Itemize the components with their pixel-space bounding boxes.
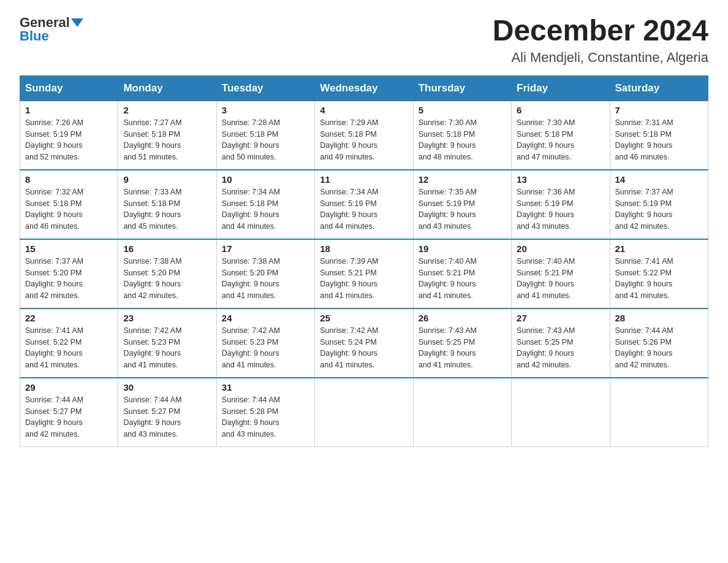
header-row: SundayMondayTuesdayWednesdayThursdayFrid… bbox=[20, 75, 708, 101]
day-info: Sunrise: 7:44 AMSunset: 5:27 PMDaylight:… bbox=[25, 396, 83, 439]
calendar-cell: 5 Sunrise: 7:30 AMSunset: 5:18 PMDayligh… bbox=[413, 101, 511, 170]
header-day-sunday: Sunday bbox=[20, 75, 118, 101]
calendar-cell bbox=[512, 378, 610, 447]
day-number: 22 bbox=[25, 313, 113, 323]
day-number: 31 bbox=[222, 382, 309, 393]
calendar-cell: 24 Sunrise: 7:42 AMSunset: 5:23 PMDaylig… bbox=[216, 308, 314, 378]
day-number: 4 bbox=[320, 105, 408, 115]
day-info: Sunrise: 7:30 AMSunset: 5:18 PMDaylight:… bbox=[517, 118, 575, 161]
day-info: Sunrise: 7:34 AMSunset: 5:19 PMDaylight:… bbox=[320, 188, 378, 231]
calendar-cell: 15 Sunrise: 7:37 AMSunset: 5:20 PMDaylig… bbox=[20, 239, 118, 308]
calendar-cell: 8 Sunrise: 7:32 AMSunset: 5:18 PMDayligh… bbox=[20, 170, 118, 239]
day-info: Sunrise: 7:26 AMSunset: 5:19 PMDaylight:… bbox=[25, 118, 83, 161]
day-number: 7 bbox=[615, 105, 703, 115]
calendar-cell: 22 Sunrise: 7:41 AMSunset: 5:22 PMDaylig… bbox=[20, 308, 118, 378]
day-info: Sunrise: 7:36 AMSunset: 5:19 PMDaylight:… bbox=[517, 188, 575, 231]
day-info: Sunrise: 7:35 AMSunset: 5:19 PMDaylight:… bbox=[419, 188, 477, 231]
day-number: 1 bbox=[25, 105, 113, 115]
calendar-cell: 20 Sunrise: 7:40 AMSunset: 5:21 PMDaylig… bbox=[512, 239, 610, 308]
day-number: 16 bbox=[123, 243, 211, 254]
calendar-cell: 4 Sunrise: 7:29 AMSunset: 5:18 PMDayligh… bbox=[315, 101, 413, 170]
day-info: Sunrise: 7:31 AMSunset: 5:18 PMDaylight:… bbox=[615, 118, 673, 161]
day-info: Sunrise: 7:44 AMSunset: 5:26 PMDaylight:… bbox=[615, 326, 673, 369]
header-day-thursday: Thursday bbox=[413, 75, 511, 101]
day-info: Sunrise: 7:29 AMSunset: 5:18 PMDaylight:… bbox=[320, 118, 378, 161]
header-day-wednesday: Wednesday bbox=[315, 75, 413, 101]
calendar-cell bbox=[413, 378, 511, 447]
day-number: 5 bbox=[419, 105, 506, 115]
day-number: 26 bbox=[419, 313, 506, 323]
calendar-cell bbox=[610, 378, 708, 447]
day-info: Sunrise: 7:37 AMSunset: 5:20 PMDaylight:… bbox=[25, 257, 83, 300]
calendar-cell: 18 Sunrise: 7:39 AMSunset: 5:21 PMDaylig… bbox=[315, 239, 413, 308]
header: General Blue December 2024 Ali Mendjeli,… bbox=[20, 15, 708, 66]
header-day-monday: Monday bbox=[118, 75, 216, 101]
calendar-cell: 14 Sunrise: 7:37 AMSunset: 5:19 PMDaylig… bbox=[610, 170, 708, 239]
day-number: 21 bbox=[615, 243, 703, 254]
logo: General Blue bbox=[20, 15, 83, 44]
day-number: 29 bbox=[25, 382, 113, 393]
day-info: Sunrise: 7:40 AMSunset: 5:21 PMDaylight:… bbox=[517, 257, 575, 300]
day-info: Sunrise: 7:43 AMSunset: 5:25 PMDaylight:… bbox=[419, 326, 477, 369]
day-number: 19 bbox=[419, 243, 506, 254]
day-number: 18 bbox=[320, 243, 408, 254]
calendar-cell: 13 Sunrise: 7:36 AMSunset: 5:19 PMDaylig… bbox=[512, 170, 610, 239]
calendar-header: SundayMondayTuesdayWednesdayThursdayFrid… bbox=[20, 75, 708, 101]
day-info: Sunrise: 7:34 AMSunset: 5:18 PMDaylight:… bbox=[222, 188, 280, 231]
day-number: 3 bbox=[222, 105, 309, 115]
day-number: 25 bbox=[320, 313, 408, 323]
day-number: 30 bbox=[123, 382, 211, 393]
calendar-subtitle: Ali Mendjeli, Constantine, Algeria bbox=[493, 50, 708, 66]
day-info: Sunrise: 7:28 AMSunset: 5:18 PMDaylight:… bbox=[222, 118, 280, 161]
day-info: Sunrise: 7:30 AMSunset: 5:18 PMDaylight:… bbox=[419, 118, 477, 161]
day-number: 24 bbox=[222, 313, 309, 323]
week-row-4: 22 Sunrise: 7:41 AMSunset: 5:22 PMDaylig… bbox=[20, 308, 708, 378]
week-row-1: 1 Sunrise: 7:26 AMSunset: 5:19 PMDayligh… bbox=[20, 101, 708, 170]
calendar-title: December 2024 bbox=[493, 15, 708, 47]
calendar-cell: 7 Sunrise: 7:31 AMSunset: 5:18 PMDayligh… bbox=[610, 101, 708, 170]
day-info: Sunrise: 7:41 AMSunset: 5:22 PMDaylight:… bbox=[25, 326, 83, 369]
day-info: Sunrise: 7:27 AMSunset: 5:18 PMDaylight:… bbox=[123, 118, 181, 161]
calendar-cell: 17 Sunrise: 7:38 AMSunset: 5:20 PMDaylig… bbox=[216, 239, 314, 308]
logo-triangle-icon bbox=[71, 18, 83, 27]
day-number: 17 bbox=[222, 243, 309, 254]
calendar-cell: 28 Sunrise: 7:44 AMSunset: 5:26 PMDaylig… bbox=[610, 308, 708, 378]
calendar-cell: 26 Sunrise: 7:43 AMSunset: 5:25 PMDaylig… bbox=[413, 308, 511, 378]
day-number: 14 bbox=[615, 174, 703, 185]
header-day-saturday: Saturday bbox=[610, 75, 708, 101]
title-area: December 2024 Ali Mendjeli, Constantine,… bbox=[493, 15, 708, 66]
calendar-cell: 1 Sunrise: 7:26 AMSunset: 5:19 PMDayligh… bbox=[20, 101, 118, 170]
day-number: 12 bbox=[419, 174, 506, 185]
day-number: 23 bbox=[123, 313, 211, 323]
calendar-cell: 21 Sunrise: 7:41 AMSunset: 5:22 PMDaylig… bbox=[610, 239, 708, 308]
week-row-3: 15 Sunrise: 7:37 AMSunset: 5:20 PMDaylig… bbox=[20, 239, 708, 308]
day-number: 20 bbox=[517, 243, 604, 254]
header-day-friday: Friday bbox=[512, 75, 610, 101]
calendar-cell: 9 Sunrise: 7:33 AMSunset: 5:18 PMDayligh… bbox=[118, 170, 216, 239]
day-info: Sunrise: 7:44 AMSunset: 5:27 PMDaylight:… bbox=[123, 396, 181, 439]
day-number: 13 bbox=[517, 174, 604, 185]
day-info: Sunrise: 7:42 AMSunset: 5:24 PMDaylight:… bbox=[320, 326, 378, 369]
day-info: Sunrise: 7:44 AMSunset: 5:28 PMDaylight:… bbox=[222, 396, 280, 439]
day-info: Sunrise: 7:33 AMSunset: 5:18 PMDaylight:… bbox=[123, 188, 181, 231]
week-row-5: 29 Sunrise: 7:44 AMSunset: 5:27 PMDaylig… bbox=[20, 378, 708, 447]
calendar-cell: 3 Sunrise: 7:28 AMSunset: 5:18 PMDayligh… bbox=[216, 101, 314, 170]
calendar-cell: 12 Sunrise: 7:35 AMSunset: 5:19 PMDaylig… bbox=[413, 170, 511, 239]
day-number: 8 bbox=[25, 174, 113, 185]
day-number: 28 bbox=[615, 313, 703, 323]
calendar-cell: 31 Sunrise: 7:44 AMSunset: 5:28 PMDaylig… bbox=[216, 378, 314, 447]
day-info: Sunrise: 7:38 AMSunset: 5:20 PMDaylight:… bbox=[222, 257, 280, 300]
calendar-body: 1 Sunrise: 7:26 AMSunset: 5:19 PMDayligh… bbox=[20, 101, 708, 446]
calendar-cell: 23 Sunrise: 7:42 AMSunset: 5:23 PMDaylig… bbox=[118, 308, 216, 378]
day-info: Sunrise: 7:43 AMSunset: 5:25 PMDaylight:… bbox=[517, 326, 575, 369]
calendar-cell: 6 Sunrise: 7:30 AMSunset: 5:18 PMDayligh… bbox=[512, 101, 610, 170]
calendar-cell bbox=[315, 378, 413, 447]
calendar-cell: 10 Sunrise: 7:34 AMSunset: 5:18 PMDaylig… bbox=[216, 170, 314, 239]
day-info: Sunrise: 7:38 AMSunset: 5:20 PMDaylight:… bbox=[123, 257, 181, 300]
calendar-cell: 29 Sunrise: 7:44 AMSunset: 5:27 PMDaylig… bbox=[20, 378, 118, 447]
week-row-2: 8 Sunrise: 7:32 AMSunset: 5:18 PMDayligh… bbox=[20, 170, 708, 239]
calendar-cell: 11 Sunrise: 7:34 AMSunset: 5:19 PMDaylig… bbox=[315, 170, 413, 239]
day-number: 15 bbox=[25, 243, 113, 254]
calendar-cell: 30 Sunrise: 7:44 AMSunset: 5:27 PMDaylig… bbox=[118, 378, 216, 447]
header-day-tuesday: Tuesday bbox=[216, 75, 314, 101]
